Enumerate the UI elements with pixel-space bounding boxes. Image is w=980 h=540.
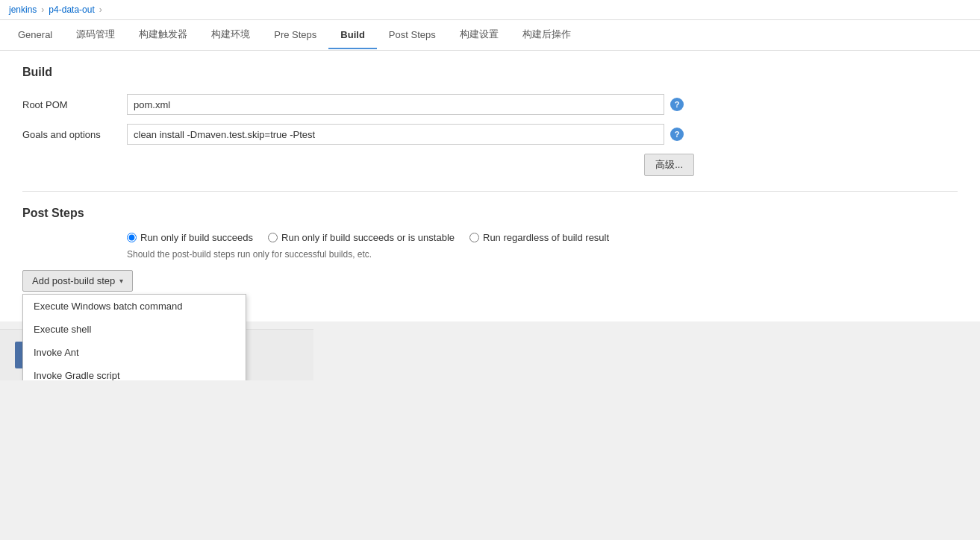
goals-help-icon[interactable]: ? <box>670 128 684 141</box>
goals-input[interactable] <box>127 124 664 145</box>
goals-row: Goals and options ? <box>22 124 958 145</box>
dropdown-arrow-icon: ▾ <box>119 277 123 285</box>
dropdown-item-0[interactable]: Execute Windows batch command <box>23 295 246 318</box>
breadcrumb-jenkins[interactable]: jenkins <box>9 4 37 15</box>
advanced-btn-row: 高级... <box>22 154 694 176</box>
root-pom-label: Root POM <box>22 99 127 110</box>
dropdown-item-2[interactable]: Invoke Ant <box>23 341 246 364</box>
tab-bar: General 源码管理 构建触发器 构建环境 Pre Steps Build … <box>0 20 980 51</box>
add-step-btn-label: Add post-build step <box>32 275 115 286</box>
tab-build-triggers[interactable]: 构建触发器 <box>127 20 199 50</box>
root-pom-row: Root POM ? <box>22 94 958 115</box>
main-content: Build Root POM ? Goals and options ? 高级.… <box>0 51 980 321</box>
tab-scm[interactable]: 源码管理 <box>64 20 127 50</box>
tab-post-steps[interactable]: Post Steps <box>377 22 448 49</box>
radio-regardless[interactable] <box>469 233 479 242</box>
tab-build-settings[interactable]: 构建设置 <box>448 20 511 50</box>
radio-unstable-label[interactable]: Run only if build succeeds or is unstabl… <box>268 232 455 243</box>
root-pom-input[interactable] <box>127 94 664 115</box>
breadcrumb-sep1: › <box>41 4 44 15</box>
add-post-build-step-button[interactable]: Add post-build step ▾ <box>22 270 133 292</box>
radio-regardless-label[interactable]: Run regardless of build result <box>469 232 609 243</box>
tab-build-env[interactable]: 构建环境 <box>199 20 262 50</box>
breadcrumb-sep2: › <box>99 4 102 15</box>
tab-general[interactable]: General <box>6 22 64 49</box>
radio-unstable-text: Run only if build succeeds or is unstabl… <box>281 232 455 243</box>
breadcrumb-p4[interactable]: p4-data-out <box>49 4 94 15</box>
goals-label: Goals and options <box>22 129 127 140</box>
root-pom-help-icon[interactable]: ? <box>670 98 684 111</box>
breadcrumb: jenkins › p4-data-out › <box>0 0 980 20</box>
post-steps-title: Post Steps <box>22 207 958 220</box>
radio-succeeds-text: Run only if build succeeds <box>140 232 253 243</box>
radio-group: Run only if build succeeds Run only if b… <box>22 232 958 243</box>
radio-succeeds-label[interactable]: Run only if build succeeds <box>127 232 253 243</box>
radio-hint: Should the post-build steps run only for… <box>22 249 958 260</box>
radio-unstable[interactable] <box>268 233 278 242</box>
dropdown-menu: Execute Windows batch command Execute sh… <box>22 294 246 380</box>
tab-build[interactable]: Build <box>328 22 377 49</box>
tab-post-build[interactable]: 构建后操作 <box>511 20 583 50</box>
tab-pre-steps[interactable]: Pre Steps <box>262 22 328 49</box>
dropdown-item-3[interactable]: Invoke Gradle script <box>23 364 246 380</box>
add-step-container: Add post-build step ▾ Execute Windows ba… <box>22 270 958 292</box>
build-section-title: Build <box>22 66 958 82</box>
advanced-button[interactable]: 高级... <box>644 154 694 176</box>
radio-regardless-text: Run regardless of build result <box>483 232 609 243</box>
dropdown-item-1[interactable]: Execute shell <box>23 318 246 341</box>
section-separator <box>22 191 958 192</box>
radio-succeeds[interactable] <box>127 233 137 242</box>
